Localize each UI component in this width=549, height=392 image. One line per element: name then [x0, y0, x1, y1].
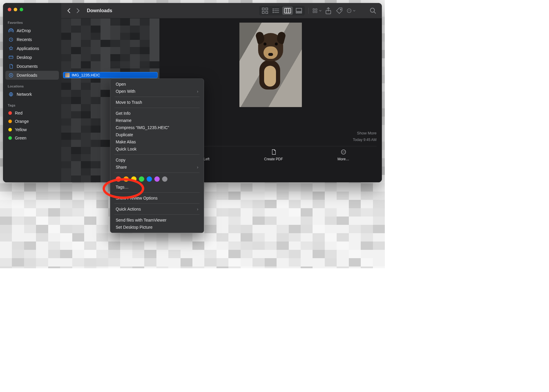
- file-name: IMG_1235.HEIC: [72, 73, 100, 77]
- sidebar-item-green[interactable]: Green: [5, 134, 59, 142]
- quick-action-more[interactable]: More…: [338, 149, 349, 161]
- context-menu-item-label: Open: [116, 82, 126, 87]
- context-menu-item-send-files-with-teamviewer[interactable]: Send files with TeamViewer: [110, 217, 204, 224]
- context-menu-item-compress-img_1235-heic-[interactable]: Compress “IMG_1235.HEIC”: [110, 124, 204, 131]
- context-menu-item-label: Quick Look: [116, 147, 137, 151]
- file-thumbnail: [65, 73, 70, 77]
- desktop-icon: [8, 55, 14, 60]
- svg-line-34: [374, 12, 376, 13]
- tag-color-dot[interactable]: [147, 176, 152, 182]
- context-menu-item-quick-look[interactable]: Quick Look: [110, 145, 204, 153]
- svg-point-32: [350, 10, 350, 11]
- sidebar-item-red[interactable]: Red: [5, 109, 59, 117]
- context-menu-item-make-alias[interactable]: Make Alias: [110, 138, 204, 145]
- sidebar-item-label: Documents: [17, 64, 38, 69]
- svg-point-33: [370, 8, 374, 12]
- tags-button[interactable]: [335, 7, 344, 15]
- context-menu-item-duplicate[interactable]: Duplicate: [110, 131, 204, 138]
- action-menu-button[interactable]: [346, 7, 356, 15]
- view-icon-list[interactable]: [271, 7, 282, 15]
- clock-icon: [8, 37, 14, 42]
- quick-action-pdf[interactable]: Create PDF: [264, 149, 283, 161]
- sidebar-item-label: Green: [15, 136, 26, 140]
- tag-color-dot[interactable]: [162, 176, 167, 182]
- tag-color-dot[interactable]: [116, 176, 121, 182]
- svg-point-0: [10, 30, 12, 32]
- svg-rect-21: [298, 12, 300, 13]
- context-menu-item-label: Make Alias: [116, 139, 136, 144]
- context-menu-item-share[interactable]: Share›: [110, 164, 204, 171]
- svg-rect-24: [313, 11, 315, 12]
- tag-color-dot[interactable]: [139, 176, 144, 182]
- svg-point-13: [273, 9, 273, 9]
- forward-button[interactable]: [74, 7, 81, 14]
- minimize-window-button[interactable]: [14, 8, 17, 11]
- context-menu-item-label: Quick Actions: [116, 207, 141, 211]
- context-menu-separator: [114, 97, 200, 97]
- context-menu-item-rename[interactable]: Rename: [110, 117, 204, 124]
- sidebar-item-label: Network: [17, 92, 32, 97]
- quick-action-label: Create PDF: [264, 157, 283, 161]
- sidebar-item-documents[interactable]: Documents: [5, 62, 59, 71]
- sidebar-item-label: Red: [15, 111, 23, 115]
- sidebar-section-header: Locations: [5, 80, 59, 90]
- context-menu-separator: [114, 154, 200, 155]
- sidebar-item-yellow[interactable]: Yellow: [5, 126, 59, 134]
- download-icon: [8, 73, 14, 78]
- sidebar-item-network[interactable]: Network: [5, 90, 59, 99]
- sidebar-item-applications[interactable]: Applications: [5, 44, 59, 53]
- sidebar-section-header: Favorites: [5, 16, 59, 26]
- toolbar-separator: [308, 8, 309, 14]
- context-menu-item-open[interactable]: Open: [110, 81, 204, 88]
- context-menu-item-copy[interactable]: Copy: [110, 156, 204, 164]
- sidebar-item-label: Orange: [15, 119, 29, 124]
- chevron-right-icon: ›: [197, 89, 198, 94]
- svg-point-30: [348, 10, 349, 11]
- context-menu-item-get-info[interactable]: Get Info: [110, 110, 204, 117]
- document-icon: [8, 64, 14, 69]
- context-menu-item-label: Move to Trash: [116, 100, 142, 105]
- tag-dot-icon: [8, 120, 12, 123]
- file-row-selected[interactable]: IMG_1235.HEIC: [63, 72, 158, 78]
- svg-rect-6: [262, 8, 264, 10]
- sidebar-item-recents[interactable]: Recents: [5, 35, 59, 44]
- view-icon-columns[interactable]: [282, 7, 293, 15]
- sidebar-item-label: Applications: [17, 46, 39, 51]
- context-menu-separator: [114, 192, 200, 193]
- context-menu-item-label: Share: [116, 165, 127, 170]
- context-menu-item-show-preview-options[interactable]: Show Preview Options: [110, 195, 204, 202]
- context-menu-item-move-to-trash[interactable]: Move to Trash: [110, 99, 204, 106]
- sidebar-item-downloads[interactable]: Downloads: [5, 71, 59, 80]
- tag-color-dot[interactable]: [131, 176, 137, 182]
- context-menu-item-quick-actions[interactable]: Quick Actions›: [110, 206, 204, 213]
- view-icon-gallery[interactable]: [294, 7, 304, 15]
- svg-point-15: [273, 12, 273, 12]
- context-menu-item-label: Rename: [116, 118, 131, 123]
- context-menu-item-tags-[interactable]: Tags…: [110, 184, 204, 191]
- context-menu-item-open-with[interactable]: Open With›: [110, 88, 204, 95]
- preview-image[interactable]: [239, 23, 302, 107]
- svg-rect-16: [285, 8, 291, 13]
- svg-rect-8: [262, 11, 264, 13]
- tag-color-dot[interactable]: [123, 176, 129, 182]
- pdf-icon: [270, 149, 277, 155]
- view-icon-grid[interactable]: [260, 7, 270, 15]
- context-menu-item-set-desktop-picture[interactable]: Set Desktop Picture: [110, 224, 204, 231]
- sidebar-item-label: Recents: [17, 37, 32, 42]
- back-button[interactable]: [65, 7, 73, 14]
- sidebar-item-airdrop[interactable]: AirDrop: [5, 26, 59, 35]
- search-button[interactable]: [368, 7, 378, 15]
- sidebar-item-orange[interactable]: Orange: [5, 117, 59, 126]
- group-by-button[interactable]: [312, 7, 322, 15]
- sidebar-item-label: Downloads: [17, 73, 37, 78]
- context-menu-item-label: Open With: [116, 89, 135, 94]
- sidebar-item-desktop[interactable]: Desktop: [5, 53, 59, 62]
- close-window-button[interactable]: [8, 8, 11, 11]
- svg-rect-25: [316, 9, 317, 10]
- sidebar-item-label: AirDrop: [17, 28, 31, 33]
- svg-point-37: [342, 152, 343, 152]
- share-button[interactable]: [324, 7, 333, 15]
- fullscreen-window-button[interactable]: [20, 8, 23, 11]
- tag-color-dot[interactable]: [154, 176, 160, 182]
- context-menu-item-label: Duplicate: [116, 132, 133, 137]
